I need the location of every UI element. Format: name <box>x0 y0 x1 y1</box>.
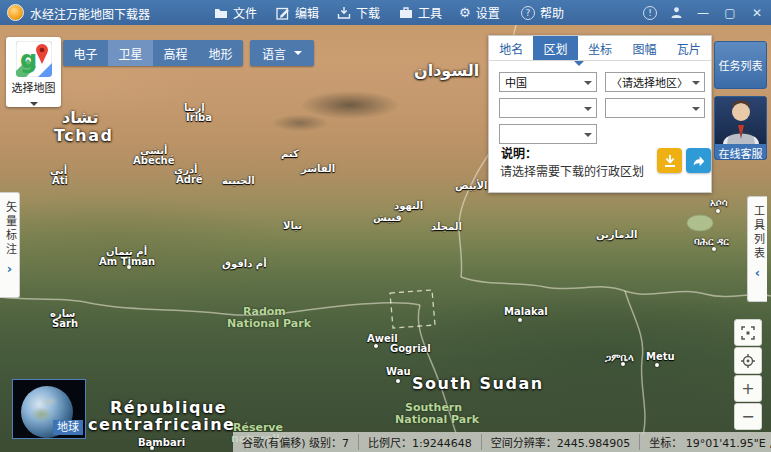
tab-place-name[interactable]: 地名 <box>489 36 533 60</box>
chevron-left-icon: ‹ <box>755 265 760 280</box>
tab-map-sheet[interactable]: 图幅 <box>622 36 666 60</box>
tools-icon <box>399 6 413 19</box>
fit-extent-icon <box>741 326 755 340</box>
download-icon <box>337 6 351 19</box>
county-dropdown[interactable] <box>605 98 705 118</box>
app-window: تشادTchadالسودانSouth SudanRépubliquecen… <box>0 0 771 452</box>
note-label: 说明： <box>501 144 537 161</box>
download-action-button[interactable] <box>657 148 682 173</box>
chevron-down-icon <box>692 81 700 89</box>
city-dropdown[interactable] <box>499 98 597 118</box>
fit-extent-button[interactable] <box>734 319 762 346</box>
layer-tabs: 电子 卫星 高程 地形 <box>63 40 243 66</box>
folder-icon <box>214 6 228 19</box>
status-source-level: 谷歌(有偏移) 级别：7 <box>233 434 358 450</box>
menu-tools[interactable]: 工具 <box>395 0 446 25</box>
menu-download[interactable]: 下载 <box>333 0 384 25</box>
window-controls: ! — ▢ ✕ <box>643 0 765 25</box>
download-search-panel: 地名 区划 坐标 图幅 瓦片 中国 〈请选择地区〉 <box>488 35 712 193</box>
earth-overview-thumbnail[interactable]: 地球 <box>12 379 86 439</box>
chevron-down-icon <box>584 133 592 141</box>
vector-annotation-tab[interactable]: 矢量标注 › <box>0 192 20 298</box>
chevron-down-icon <box>584 107 592 115</box>
map-source-selector[interactable]: g 选择地图 <box>6 37 61 107</box>
close-button[interactable]: ✕ <box>749 5 765 21</box>
tab-elevation-map[interactable]: 高程 <box>153 40 198 66</box>
app-logo-icon <box>7 4 24 21</box>
gear-icon: ⚙ <box>459 5 471 20</box>
google-maps-logo-icon: g <box>16 41 52 77</box>
map-controls: + − <box>734 319 762 430</box>
status-resolution: 空间分辨率：2445.984905 <box>481 434 639 450</box>
chevron-down-icon <box>692 107 700 115</box>
minimize-button[interactable]: — <box>695 5 711 21</box>
zoom-out-button[interactable]: − <box>734 403 762 430</box>
region-dropdown[interactable]: 〈请选择地区〉 <box>605 72 705 92</box>
menu-settings[interactable]: ⚙ 设置 <box>455 0 504 25</box>
menu-help[interactable]: ? 帮助 <box>517 0 568 25</box>
task-list-button[interactable]: 任务列表 <box>714 41 767 89</box>
tab-tile[interactable]: 瓦片 <box>667 36 711 60</box>
note-text: 请选择需要下载的行政区划 <box>500 162 644 179</box>
zoom-in-button[interactable]: + <box>734 375 762 402</box>
chevron-down-icon <box>294 51 302 59</box>
map-selector-label: 选择地图 <box>6 79 61 95</box>
tab-terrain-map[interactable]: 地形 <box>198 40 243 66</box>
earth-label: 地球 <box>53 420 83 435</box>
chevron-down-icon <box>584 81 592 89</box>
menu-file[interactable]: 文件 <box>210 0 261 25</box>
status-scale: 比例尺：1:9244648 <box>358 434 481 450</box>
statusbar: 谷歌(有偏移) 级别：7 比例尺：1:9244648 空间分辨率：2445.98… <box>233 432 771 452</box>
svg-text:g: g <box>20 46 37 74</box>
tab-district[interactable]: 区划 <box>533 36 577 60</box>
help-icon: ? <box>521 6 535 20</box>
tab-satellite-map[interactable]: 卫星 <box>108 40 153 66</box>
tab-coordinates[interactable]: 坐标 <box>578 36 622 60</box>
app-title: 水经注万能地图下载器 <box>30 5 150 22</box>
chevron-down-icon <box>30 102 38 110</box>
status-coordinates: 坐标： 19°01'41.95"E , 16°06'32.95"N <box>639 434 771 450</box>
menu-edit[interactable]: 编辑 <box>272 0 323 25</box>
share-action-button[interactable] <box>686 148 711 173</box>
tab-electronic-map[interactable]: 电子 <box>63 40 108 66</box>
info-icon[interactable]: ! <box>643 6 657 20</box>
download-arrow-icon <box>662 153 678 169</box>
titlebar: 水经注万能地图下载器 文件 编辑 下载 工具 ⚙ 设 <box>0 0 771 25</box>
language-dropdown-button[interactable]: 语言 <box>250 40 314 66</box>
user-icon[interactable] <box>668 5 684 21</box>
town-dropdown[interactable] <box>499 124 597 144</box>
edit-icon <box>276 6 290 20</box>
service-agent-avatar <box>715 97 766 144</box>
search-panel-tabs: 地名 区划 坐标 图幅 瓦片 <box>489 36 711 61</box>
active-tab-notch <box>574 61 584 71</box>
tool-list-tab[interactable]: 工具列表 ‹ <box>747 196 767 302</box>
online-service-button[interactable]: 在线客服 <box>714 96 767 160</box>
locate-button[interactable] <box>734 347 762 374</box>
locate-target-icon <box>741 354 755 368</box>
maximize-button[interactable]: ▢ <box>722 5 738 21</box>
online-service-label: 在线客服 <box>715 144 766 160</box>
share-arrow-icon <box>691 153 707 169</box>
chevron-right-icon: › <box>7 261 12 276</box>
country-dropdown[interactable]: 中国 <box>499 72 597 92</box>
